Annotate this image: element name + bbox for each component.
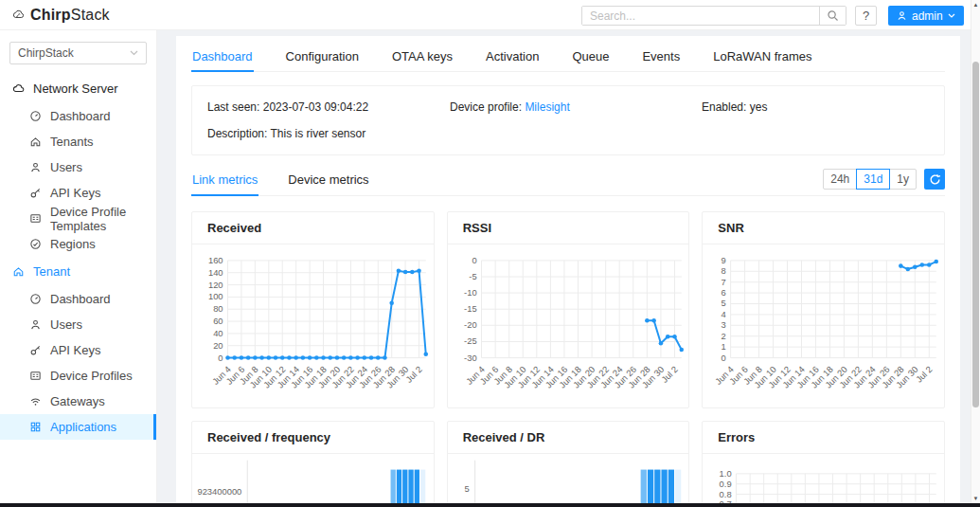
svg-text:9: 9 (722, 256, 726, 265)
sidebar-item-tenant-users[interactable]: Users (0, 312, 156, 337)
cloud-icon (12, 82, 25, 95)
svg-text:923400000: 923400000 (197, 487, 241, 497)
sidebar-item-label: Device Profiles (50, 369, 133, 383)
svg-text:-20: -20 (464, 320, 477, 330)
svg-text:-5: -5 (469, 272, 476, 281)
global-search (581, 6, 846, 26)
id-card-icon (29, 212, 42, 225)
tab-events[interactable]: Events (641, 45, 681, 71)
tab-link-metrics[interactable]: Link metrics (191, 171, 258, 195)
description-label: Description: (207, 127, 267, 140)
sidebar-item-label: Dashboard (50, 292, 111, 306)
svg-text:80: 80 (213, 304, 223, 314)
device-info-card: Last seen: 2023-07-03 09:04:22 Device pr… (191, 85, 945, 155)
charts-row-2: Received / frequency 923400000 Received … (191, 421, 945, 507)
tab-dashboard[interactable]: Dashboard (191, 45, 254, 71)
home-icon (12, 265, 25, 278)
svg-text:Jul 2: Jul 2 (404, 365, 424, 385)
sidebar-item-ns-users[interactable]: Users (0, 154, 156, 180)
last-seen-value: 2023-07-03 09:04:22 (263, 100, 368, 114)
svg-text:60: 60 (213, 317, 223, 326)
svg-text:2: 2 (722, 332, 726, 341)
device-panel: Dashboard Configuration OTAA keys Activa… (176, 36, 960, 507)
svg-text:160: 160 (208, 256, 223, 265)
tab-otaa-keys[interactable]: OTAA keys (391, 45, 454, 71)
tab-lorawan-frames[interactable]: LoRaWAN frames (712, 45, 812, 71)
org-select[interactable]: ChirpStack (9, 42, 147, 64)
scrollbar-thumb[interactable] (972, 62, 979, 407)
range-1y-button[interactable]: 1y (889, 169, 917, 190)
org-select-value: ChirpStack (18, 46, 74, 60)
bottom-window-edge (0, 503, 980, 507)
sidebar-item-label: Device Profile Templates (50, 205, 156, 233)
description-value: This is river sensor (270, 127, 365, 140)
received-chart: 160140120100806040200Jun 4Jun 6Jun 8Jun … (192, 244, 434, 407)
last-seen-label: Last seen: (207, 100, 259, 114)
svg-text:5: 5 (722, 299, 726, 308)
home-icon (29, 136, 42, 148)
tab-queue[interactable]: Queue (571, 45, 610, 71)
search-icon (827, 9, 839, 22)
svg-text:1: 1 (722, 342, 726, 352)
sidebar: ChirpStack Network Server Dashboard Tena… (0, 30, 157, 503)
sidebar-item-tenants[interactable]: Tenants (0, 129, 156, 154)
svg-text:Jul 2: Jul 2 (915, 365, 935, 385)
svg-text:3: 3 (722, 320, 726, 330)
chevron-down-icon (948, 13, 955, 18)
chart-title: SNR (703, 212, 944, 244)
dashboard-icon (29, 110, 42, 122)
received-card: Received 160140120100806040200Jun 4Jun 6… (191, 211, 435, 408)
chart-title: Received / frequency (192, 422, 434, 454)
refresh-icon (929, 173, 941, 186)
sidebar-group-tenant[interactable]: Tenant (0, 257, 156, 286)
user-icon (29, 161, 42, 173)
top-header: ChirpStack ? admin (0, 0, 980, 30)
tab-device-metrics[interactable]: Device metrics (287, 171, 369, 195)
svg-text:120: 120 (208, 281, 223, 290)
range-31d-button[interactable]: 31d (856, 169, 890, 190)
svg-text:20: 20 (213, 341, 223, 351)
vertical-scrollbar[interactable]: ▲ ▼ (971, 0, 980, 503)
chirpstack-logo-icon (12, 9, 25, 21)
admin-menu-button[interactable]: admin (888, 6, 964, 26)
sidebar-item-label: API Keys (50, 186, 100, 200)
sidebar-item-gateways[interactable]: Gateways (0, 389, 156, 414)
sidebar-item-label: API Keys (50, 343, 100, 357)
sidebar-item-label: Applications (50, 420, 116, 434)
sidebar-group-label: Network Server (33, 81, 118, 96)
sidebar-group-label: Tenant (33, 264, 70, 279)
wifi-icon (29, 395, 42, 407)
brand-text: ChirpStack (30, 7, 110, 24)
sidebar-item-ns-dashboard[interactable]: Dashboard (0, 103, 156, 129)
scroll-down-icon[interactable]: ▼ (971, 496, 980, 501)
sidebar-item-device-profile-templates[interactable]: Device Profile Templates (0, 206, 156, 231)
search-input[interactable] (582, 7, 819, 25)
refresh-button[interactable] (924, 169, 945, 190)
tab-activation[interactable]: Activation (485, 45, 540, 71)
time-range-group: 24h 31d 1y (823, 169, 917, 190)
id-card-icon (29, 370, 42, 382)
last-seen: Last seen: 2023-07-03 09:04:22 (207, 100, 450, 114)
chart-title: RSSI (448, 212, 689, 244)
sidebar-item-tenant-dashboard[interactable]: Dashboard (0, 286, 156, 312)
sidebar-item-device-profiles[interactable]: Device Profiles (0, 363, 156, 389)
sidebar-item-regions[interactable]: Regions (0, 231, 156, 257)
device-profile: Device profile: Milesight (450, 100, 702, 114)
svg-text:6: 6 (722, 288, 726, 298)
sidebar-item-tenant-api-keys[interactable]: API Keys (0, 337, 156, 363)
scroll-up-icon[interactable]: ▲ (971, 2, 980, 8)
help-button[interactable]: ? (855, 6, 877, 26)
svg-text:0: 0 (472, 256, 476, 265)
svg-text:0.9: 0.9 (720, 480, 732, 489)
tab-configuration[interactable]: Configuration (285, 45, 360, 71)
svg-text:Jul 2: Jul 2 (659, 365, 679, 385)
svg-text:100: 100 (208, 292, 223, 301)
sidebar-item-ns-api-keys[interactable]: API Keys (0, 180, 156, 206)
device-profile-link[interactable]: Milesight (525, 100, 569, 114)
range-24h-button[interactable]: 24h (823, 169, 857, 190)
regions-icon (29, 238, 42, 250)
chart-title: Errors (703, 422, 944, 454)
search-button[interactable] (819, 7, 846, 25)
sidebar-item-applications[interactable]: Applications (0, 414, 156, 440)
description: Description: This is river sensor (207, 127, 929, 140)
